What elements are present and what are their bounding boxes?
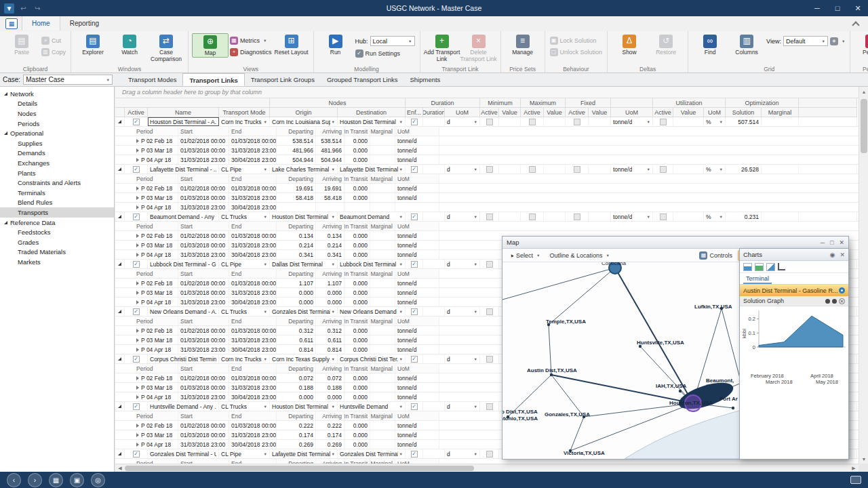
active-cell[interactable]: ✓	[125, 354, 148, 363]
period-column-header[interactable]: In Transit	[344, 269, 370, 278]
uom-cell[interactable]: tonne/d	[395, 231, 439, 240]
start-cell[interactable]: 31/03/2018 23:00	[178, 392, 229, 401]
maximum-value-cell[interactable]	[544, 117, 566, 126]
uom-cell[interactable]: tonne/d	[395, 184, 439, 192]
uom-cell[interactable]: tonne/d	[395, 392, 439, 401]
column-header[interactable]: Solution	[726, 108, 762, 117]
in-transit-cell[interactable]: 0.000	[344, 279, 370, 287]
duration-cell[interactable]	[423, 212, 445, 221]
end-cell[interactable]: 31/03/2018 23:00	[229, 336, 277, 344]
uom-cell[interactable]: tonne/d	[395, 279, 439, 287]
period-column-header[interactable]: UoM	[395, 174, 439, 183]
period-column-header[interactable]: Departing	[277, 174, 316, 183]
duration-cell[interactable]	[423, 117, 445, 126]
in-transit-cell[interactable]: 0.000	[344, 241, 370, 249]
end-cell[interactable]: 30/04/2018 23:00	[229, 345, 277, 354]
departing-cell[interactable]: 0.000	[277, 288, 316, 297]
active-cell[interactable]: ✓	[125, 307, 148, 316]
in-transit-cell[interactable]: 0.000	[344, 336, 370, 344]
collapsed-icon[interactable]	[136, 148, 139, 152]
column-header[interactable]: Marginal	[762, 108, 799, 117]
duration-uom-cell[interactable]: d▼	[445, 449, 480, 458]
checkbox[interactable]	[486, 119, 493, 125]
arriving-cell[interactable]: 0.269	[316, 440, 344, 449]
destination-cell[interactable]: Huntsville Demand▼	[338, 402, 406, 411]
checkbox[interactable]	[574, 214, 580, 220]
period-cell[interactable]: P 04 Apr 18	[134, 155, 178, 164]
fixed-value-cell[interactable]	[589, 212, 611, 221]
period-column-header[interactable]: UoM	[395, 364, 439, 373]
period-row[interactable]: P 02 Feb 1801/02/2018 00:0001/03/2018 00…	[115, 136, 859, 146]
period-column-header[interactable]: UoM	[395, 317, 439, 325]
period-cell[interactable]: P 03 Mar 18	[134, 193, 178, 202]
period-column-header[interactable]: In Transit	[344, 459, 370, 464]
period-column-header[interactable]: UoM	[395, 269, 439, 278]
duration-cell[interactable]	[423, 354, 445, 363]
enforced-cell[interactable]: ✓	[406, 307, 423, 316]
origin-cell[interactable]: Corn Inc Texas Supply▼	[270, 354, 338, 363]
arriving-cell[interactable]: 538.514	[316, 136, 344, 145]
checkbox[interactable]	[660, 166, 667, 173]
departing-cell[interactable]: 538.514	[277, 136, 316, 145]
cut-button[interactable]: ×Cut	[41, 36, 66, 45]
periods-button[interactable]: ▦Periods	[854, 33, 868, 56]
duration-uom-cell[interactable]: d▼	[445, 260, 480, 268]
in-transit-cell[interactable]: 0.000	[344, 288, 370, 297]
period-column-header[interactable]: In Transit	[344, 317, 370, 325]
checkbox[interactable]	[486, 356, 493, 363]
columns-button[interactable]: ▥Columns	[728, 33, 765, 56]
ribbon-tab-reporting[interactable]: Reporting	[60, 16, 108, 31]
utilization-value-cell[interactable]	[673, 165, 704, 174]
arriving-cell[interactable]: 1.107	[316, 279, 344, 287]
origin-cell[interactable]: Houston Dist Terminal▼	[270, 212, 338, 221]
apps-button[interactable]: ▦	[49, 473, 63, 487]
in-transit-cell[interactable]: 0.000	[344, 184, 370, 192]
arriving-cell[interactable]: 0.000	[316, 392, 344, 401]
paste-button[interactable]: ▤Paste	[3, 33, 40, 56]
column-header[interactable]: Value	[499, 108, 521, 117]
column-header[interactable]: Destination	[338, 108, 406, 117]
uom-cell[interactable]: tonne/d	[395, 136, 439, 145]
active-cell[interactable]: ✓	[125, 449, 148, 458]
enforced-cell[interactable]: ✓	[406, 165, 423, 174]
start-cell[interactable]: 31/03/2018 23:00	[178, 345, 229, 354]
enforced-cell[interactable]: ✓	[406, 449, 423, 458]
charts-panel-header[interactable]: Charts ◉ ✕	[740, 249, 848, 261]
checkbox[interactable]: ✓	[411, 119, 418, 125]
maximize-button[interactable]: □	[827, 0, 848, 16]
origin-cell[interactable]: Dallas Dist Terminal▼	[270, 260, 338, 268]
scroll-down-icon[interactable]: ▼	[859, 454, 868, 464]
explorer-button[interactable]: ▤Explorer	[75, 33, 111, 56]
origin-cell[interactable]: Houston Dist Terminal▼	[270, 402, 338, 411]
departing-cell[interactable]: 504.944	[277, 155, 316, 164]
maximum-active-cell[interactable]	[521, 165, 544, 174]
period-row[interactable]: P 04 Apr 1831/03/2018 23:0030/04/2018 23…	[115, 155, 859, 165]
minimum-value-cell[interactable]	[499, 212, 521, 221]
network-node[interactable]	[550, 373, 553, 376]
expander-icon[interactable]	[4, 131, 7, 135]
checkbox[interactable]: ✓	[411, 356, 418, 363]
transport-mode-cell[interactable]: CL Pipe▼	[219, 449, 270, 458]
tab-transport-link-groups[interactable]: Transport Link Groups	[245, 73, 321, 86]
undo-icon[interactable]: ↩	[18, 3, 28, 14]
origin-cell[interactable]: Corn Inc Louisiana Supply▼	[270, 117, 338, 126]
minimum-active-cell[interactable]	[480, 449, 499, 458]
sidebar-item-terminals[interactable]: Terminals	[0, 188, 114, 198]
start-cell[interactable]: 01/03/2018 00:00	[178, 241, 229, 249]
checkbox[interactable]: ✓	[133, 119, 140, 125]
departing-cell[interactable]: 0.814	[277, 345, 316, 354]
period-column-header[interactable]: Departing	[277, 222, 316, 230]
enforced-cell[interactable]: ✓	[406, 260, 423, 268]
maximum-active-cell[interactable]	[521, 117, 544, 126]
collapsed-icon[interactable]	[136, 291, 139, 295]
marginal-cell[interactable]	[370, 241, 395, 249]
collapsed-icon[interactable]	[136, 395, 139, 399]
marginal-cell[interactable]	[370, 336, 395, 344]
period-cell[interactable]: P 04 Apr 18	[134, 298, 178, 306]
close-icon[interactable]: ✕	[840, 251, 845, 258]
column-header[interactable]	[115, 98, 270, 108]
period-cell[interactable]: P 03 Mar 18	[134, 146, 178, 155]
active-cell[interactable]: ✓	[125, 117, 148, 126]
checkbox[interactable]	[529, 119, 536, 125]
collapsed-icon[interactable]	[136, 376, 139, 380]
